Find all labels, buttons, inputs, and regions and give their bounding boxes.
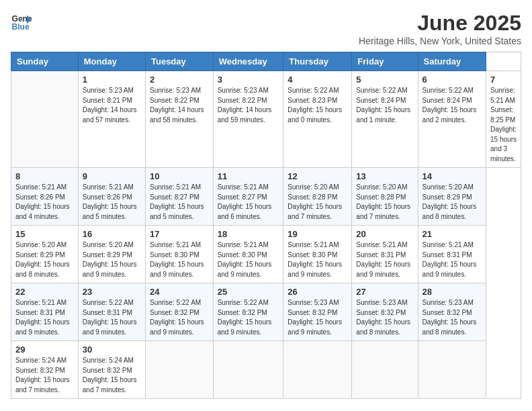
day-number: 9 [83,171,141,181]
calendar-day-cell: 30 Sunrise: 5:24 AMSunset: 8:32 PMDaylig… [78,341,145,399]
day-number: 29 [15,345,74,355]
day-info: Sunrise: 5:21 AMSunset: 8:26 PMDaylight:… [15,183,70,220]
day-number: 10 [150,171,209,181]
calendar-day-cell: 3 Sunrise: 5:23 AMSunset: 8:22 PMDayligh… [213,71,283,168]
day-number: 2 [150,75,209,85]
calendar-day-cell: 1 Sunrise: 5:23 AMSunset: 8:21 PMDayligh… [78,71,145,168]
calendar-week-row: 8 Sunrise: 5:21 AMSunset: 8:26 PMDayligh… [11,168,521,226]
day-info: Sunrise: 5:21 AMSunset: 8:27 PMDaylight:… [150,183,204,220]
day-number: 16 [83,229,141,239]
calendar-day-cell: 17 Sunrise: 5:21 AMSunset: 8:30 PMDaylig… [145,226,213,283]
day-info: Sunrise: 5:23 AMSunset: 8:22 PMDaylight:… [150,87,204,124]
day-info: Sunrise: 5:22 AMSunset: 8:24 PMDaylight:… [356,87,410,124]
calendar-day-cell: 23 Sunrise: 5:22 AMSunset: 8:31 PMDaylig… [78,283,145,341]
calendar-day-cell: 20 Sunrise: 5:21 AMSunset: 8:31 PMDaylig… [352,226,418,283]
day-number: 14 [423,171,482,181]
day-info: Sunrise: 5:22 AMSunset: 8:31 PMDaylight:… [83,299,137,336]
calendar-day-cell: 12 Sunrise: 5:20 AMSunset: 8:28 PMDaylig… [283,168,352,226]
day-number: 13 [356,171,413,181]
day-info: Sunrise: 5:22 AMSunset: 8:24 PMDaylight:… [423,87,477,124]
day-header-thursday: Thursday [283,52,352,71]
calendar-day-cell: 9 Sunrise: 5:21 AMSunset: 8:26 PMDayligh… [78,168,145,226]
day-number: 8 [15,171,74,181]
calendar-day-cell: 8 Sunrise: 5:21 AMSunset: 8:26 PMDayligh… [11,168,79,226]
day-number: 24 [150,287,209,297]
day-info: Sunrise: 5:21 AMSunset: 8:31 PMDaylight:… [356,241,410,278]
calendar-day-cell: 27 Sunrise: 5:23 AMSunset: 8:32 PMDaylig… [352,283,418,341]
calendar-day-cell: 24 Sunrise: 5:22 AMSunset: 8:32 PMDaylig… [145,283,213,341]
calendar-day-cell: 15 Sunrise: 5:20 AMSunset: 8:29 PMDaylig… [11,226,79,283]
day-info: Sunrise: 5:22 AMSunset: 8:32 PMDaylight:… [218,299,272,336]
day-info: Sunrise: 5:20 AMSunset: 8:29 PMDaylight:… [15,241,70,278]
day-info: Sunrise: 5:23 AMSunset: 8:32 PMDaylight:… [356,299,410,336]
day-header-monday: Monday [78,52,145,71]
day-number: 20 [356,229,413,239]
calendar-header-row: SundayMondayTuesdayWednesdayThursdayFrid… [11,52,521,71]
day-info: Sunrise: 5:21 AMSunset: 8:26 PMDaylight:… [83,183,137,220]
page-header: General Blue June 2025 Heritage Hills, N… [11,11,521,46]
calendar-day-cell: 5 Sunrise: 5:22 AMSunset: 8:24 PMDayligh… [352,71,418,168]
calendar-day-cell: 26 Sunrise: 5:23 AMSunset: 8:32 PMDaylig… [283,283,352,341]
day-number: 17 [150,229,209,239]
day-info: Sunrise: 5:21 AMSunset: 8:30 PMDaylight:… [218,241,272,278]
calendar-day-cell: 7 Sunrise: 5:21 AMSunset: 8:25 PMDayligh… [486,71,521,168]
location-subtitle: Heritage Hills, New York, United States [359,36,521,46]
day-number: 11 [218,171,279,181]
day-number: 23 [83,287,141,297]
logo-icon: General Blue [11,11,32,32]
day-info: Sunrise: 5:23 AMSunset: 8:22 PMDaylight:… [218,87,272,124]
month-title: June 2025 [359,11,521,36]
day-header-tuesday: Tuesday [145,52,213,71]
day-number: 18 [218,229,279,239]
calendar-day-cell: 19 Sunrise: 5:21 AMSunset: 8:30 PMDaylig… [283,226,352,283]
day-info: Sunrise: 5:21 AMSunset: 8:30 PMDaylight:… [287,241,342,278]
day-number: 6 [423,75,482,85]
day-info: Sunrise: 5:22 AMSunset: 8:32 PMDaylight:… [150,299,204,336]
calendar-week-row: 29 Sunrise: 5:24 AMSunset: 8:32 PMDaylig… [11,341,521,399]
day-number: 19 [287,229,347,239]
calendar-day-cell: 2 Sunrise: 5:23 AMSunset: 8:22 PMDayligh… [145,71,213,168]
day-number: 7 [490,75,517,85]
calendar-day-cell: 4 Sunrise: 5:22 AMSunset: 8:23 PMDayligh… [283,71,352,168]
empty-cell [352,341,418,399]
calendar-week-row: 22 Sunrise: 5:21 AMSunset: 8:31 PMDaylig… [11,283,521,341]
day-info: Sunrise: 5:20 AMSunset: 8:28 PMDaylight:… [356,183,410,220]
calendar-day-cell: 28 Sunrise: 5:23 AMSunset: 8:32 PMDaylig… [418,283,486,341]
day-number: 22 [15,287,74,297]
calendar-week-row: 1 Sunrise: 5:23 AMSunset: 8:21 PMDayligh… [11,71,521,168]
day-number: 26 [287,287,347,297]
day-number: 25 [218,287,279,297]
calendar-day-cell: 18 Sunrise: 5:21 AMSunset: 8:30 PMDaylig… [213,226,283,283]
day-info: Sunrise: 5:23 AMSunset: 8:32 PMDaylight:… [287,299,342,336]
title-block: June 2025 Heritage Hills, New York, Unit… [359,11,521,46]
day-header-saturday: Saturday [418,52,486,71]
day-number: 30 [83,345,141,355]
day-info: Sunrise: 5:22 AMSunset: 8:23 PMDaylight:… [287,87,342,124]
calendar-day-cell: 11 Sunrise: 5:21 AMSunset: 8:27 PMDaylig… [213,168,283,226]
day-number: 21 [423,229,482,239]
day-header-friday: Friday [352,52,418,71]
empty-cell [11,71,79,168]
calendar-day-cell: 16 Sunrise: 5:20 AMSunset: 8:29 PMDaylig… [78,226,145,283]
empty-cell [145,341,213,399]
day-number: 1 [83,75,141,85]
day-number: 15 [15,229,74,239]
logo: General Blue [11,11,32,32]
day-number: 3 [218,75,279,85]
calendar-week-row: 15 Sunrise: 5:20 AMSunset: 8:29 PMDaylig… [11,226,521,283]
svg-text:Blue: Blue [12,22,30,32]
day-info: Sunrise: 5:21 AMSunset: 8:31 PMDaylight:… [15,299,70,336]
calendar-day-cell: 25 Sunrise: 5:22 AMSunset: 8:32 PMDaylig… [213,283,283,341]
day-number: 28 [423,287,482,297]
day-info: Sunrise: 5:20 AMSunset: 8:28 PMDaylight:… [287,183,342,220]
calendar-day-cell: 14 Sunrise: 5:20 AMSunset: 8:29 PMDaylig… [418,168,486,226]
day-info: Sunrise: 5:20 AMSunset: 8:29 PMDaylight:… [83,241,137,278]
empty-cell [418,341,486,399]
day-info: Sunrise: 5:21 AMSunset: 8:30 PMDaylight:… [150,241,204,278]
day-info: Sunrise: 5:21 AMSunset: 8:25 PMDaylight:… [490,87,517,163]
day-info: Sunrise: 5:23 AMSunset: 8:32 PMDaylight:… [423,299,477,336]
empty-cell [283,341,352,399]
empty-cell [213,341,283,399]
day-header-sunday: Sunday [11,52,79,71]
day-info: Sunrise: 5:21 AMSunset: 8:31 PMDaylight:… [423,241,477,278]
